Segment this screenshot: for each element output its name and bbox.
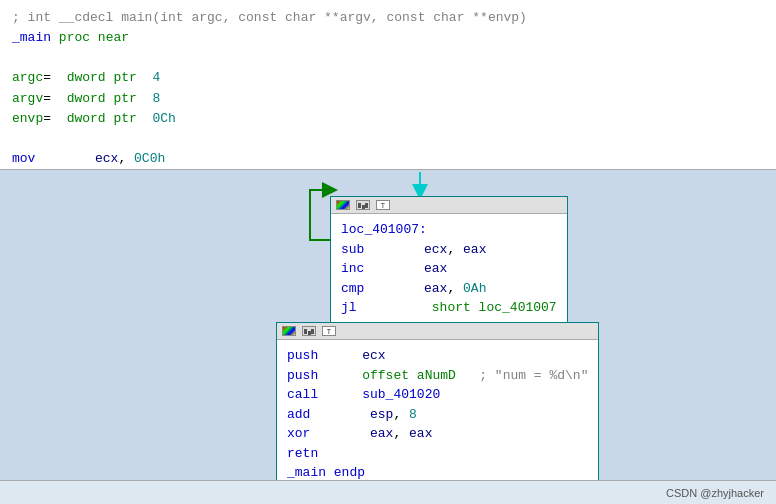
box2-xor: xor eax, eax [287,424,588,444]
box2-call: call sub_401020 [287,385,588,405]
box1-titlebar: T [331,197,567,214]
proc-line: _main proc near [12,28,764,48]
footer: CSDN @zhyjhacker [0,480,776,504]
graph-icon-2 [301,325,317,337]
arrow-area: T loc_401007: sub ecx, eax inc eax cmp e… [0,170,776,480]
box1-label: loc_401007: [341,220,557,240]
box2-push-offset: push offset aNumD ; "num = %d\n" [287,366,588,386]
color-icon [335,199,351,211]
argv-line: argv= dword ptr 8 [12,89,764,109]
mov-line: mov ecx, 0C0h [12,149,764,169]
envp-line: envp= dword ptr 0Ch [12,109,764,129]
code-box-2: T push ecx push offset aNumD ; "num = %d… [276,322,599,492]
blank1 [12,48,764,68]
box1-sub: sub ecx, eax [341,240,557,260]
blank2 [12,129,764,149]
graph-icon [355,199,371,211]
box1-cmp: cmp eax, 0Ah [341,279,557,299]
box2-push-ecx: push ecx [287,346,588,366]
box2-add: add esp, 8 [287,405,588,425]
text-icon-2: T [321,325,337,337]
box2-retn: retn [287,444,588,464]
box2-body: push ecx push offset aNumD ; "num = %d\n… [277,340,598,491]
box1-body: loc_401007: sub ecx, eax inc eax cmp eax… [331,214,567,326]
box2-titlebar: T [277,323,598,340]
text-icon: T [375,199,391,211]
watermark: CSDN @zhyjhacker [666,487,764,499]
color-icon-2 [281,325,297,337]
argc-line: argc= dword ptr 4 [12,68,764,88]
box1-inc: inc eax [341,259,557,279]
comment-line: ; int __cdecl main(int argc, const char … [12,8,764,28]
box1-jl: jl short loc_401007 [341,298,557,318]
code-box-1: T loc_401007: sub ecx, eax inc eax cmp e… [330,196,568,327]
top-code-panel: ; int __cdecl main(int argc, const char … [0,0,776,170]
